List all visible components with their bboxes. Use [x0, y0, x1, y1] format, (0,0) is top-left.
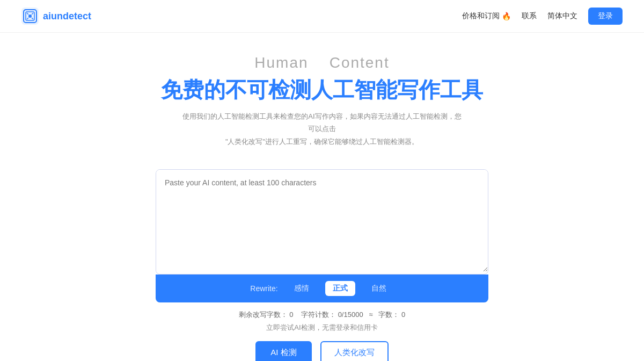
nav-links: 价格和订阅 🔥 联系 简体中文 登录: [462, 8, 623, 25]
detect-button[interactable]: AI 检测: [255, 341, 311, 361]
stats-row: 剩余改写字数： 0 字符计数： 0/15000 ≈ 字数： 0: [145, 310, 499, 320]
action-buttons: AI 检测 人类化改写: [145, 341, 499, 361]
rewrite-bar: Rewrite: 感情 正式 自然: [156, 275, 488, 302]
try-info: 立即尝试AI检测，无需登录和信用卡: [145, 323, 499, 333]
hero-subtitle-human: Human: [254, 54, 308, 71]
rewrite-natural-button[interactable]: 自然: [364, 281, 394, 296]
svg-point-3: [28, 15, 32, 18]
remaining-value: 0: [289, 311, 293, 319]
char-count-value: 0/15000: [338, 311, 363, 319]
char-count-label: 字符计数：: [301, 311, 336, 319]
textarea-wrapper: [156, 169, 488, 275]
hero-subtitle-content: Content: [330, 54, 390, 71]
humanize-button[interactable]: 人类化改写: [320, 341, 389, 361]
hero-subtitle: Human Content: [11, 54, 633, 71]
logo-text: aiundetect: [43, 11, 91, 22]
word-count-value: 0: [401, 311, 405, 319]
logo-icon: [21, 8, 39, 25]
content-input[interactable]: [156, 170, 488, 272]
nav-pricing-link[interactable]: 价格和订阅 🔥: [462, 11, 511, 21]
rewrite-label: Rewrite:: [250, 284, 277, 293]
approx-symbol: ≈: [369, 311, 372, 319]
hero-section: Human Content 免费的不可检测人工智能写作工具 使用我们的人工智能检…: [0, 33, 644, 158]
logo[interactable]: aiundetect: [21, 8, 91, 25]
navbar: aiundetect 价格和订阅 🔥 联系 简体中文 登录: [0, 0, 644, 33]
hero-title: 免费的不可检测人工智能写作工具: [11, 77, 633, 103]
fire-icon: 🔥: [502, 12, 511, 20]
main-card: Rewrite: 感情 正式 自然 剩余改写字数： 0 字符计数： 0/1500…: [145, 169, 499, 361]
nav-contact-link[interactable]: 联系: [522, 11, 537, 21]
remaining-label: 剩余改写字数：: [239, 311, 288, 319]
nav-lang-link[interactable]: 简体中文: [547, 11, 577, 21]
hero-desc: 使用我们的人工智能检测工具来检查您的AI写作内容，如果内容无法通过人工智能检测，…: [182, 110, 462, 148]
rewrite-emotion-button[interactable]: 感情: [287, 281, 317, 296]
word-count-label: 字数：: [378, 311, 399, 319]
rewrite-formal-button[interactable]: 正式: [325, 281, 355, 296]
login-button[interactable]: 登录: [588, 8, 623, 25]
